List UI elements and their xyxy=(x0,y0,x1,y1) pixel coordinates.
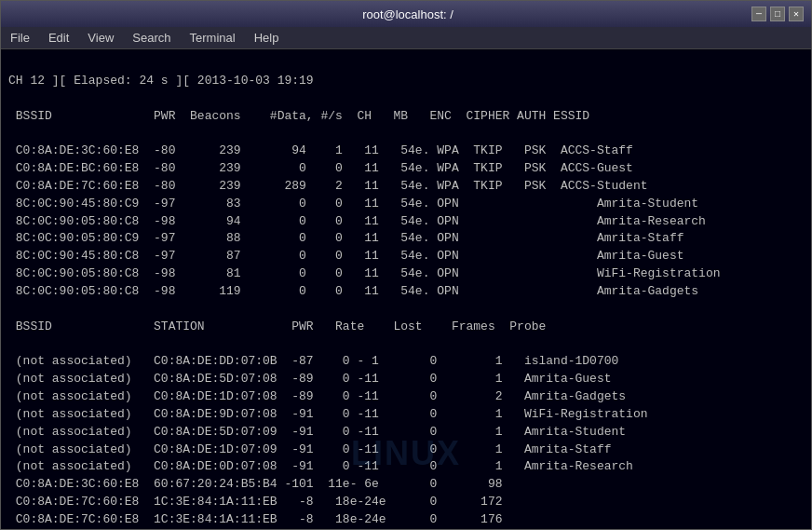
maximize-button[interactable]: □ xyxy=(770,7,785,21)
title-bar: root@localhost: / ─ □ ✕ xyxy=(1,1,811,27)
menu-edit[interactable]: Edit xyxy=(43,29,74,47)
window-controls: ─ □ ✕ xyxy=(751,7,804,21)
menu-view[interactable]: View xyxy=(82,29,119,47)
menu-help[interactable]: Help xyxy=(249,29,285,47)
menu-terminal[interactable]: Terminal xyxy=(184,29,241,47)
menu-bar: File Edit View Search Terminal Help xyxy=(1,27,811,49)
terminal-output[interactable]: LINUX CH 12 ][ Elapsed: 24 s ][ 2013-10-… xyxy=(1,49,811,529)
menu-file[interactable]: File xyxy=(5,29,35,47)
menu-search[interactable]: Search xyxy=(127,29,176,47)
window-title: root@localhost: / xyxy=(64,7,751,21)
close-button[interactable]: ✕ xyxy=(789,7,804,21)
terminal-text: CH 12 ][ Elapsed: 24 s ][ 2013-10-03 19:… xyxy=(8,55,804,529)
minimize-button[interactable]: ─ xyxy=(751,7,766,21)
terminal-window: root@localhost: / ─ □ ✕ File Edit View S… xyxy=(0,0,812,530)
